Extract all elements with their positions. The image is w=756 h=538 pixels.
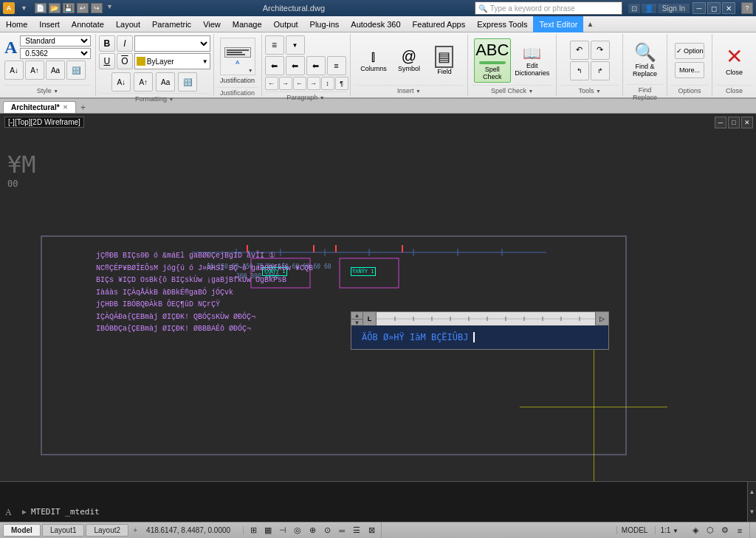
iso-icon[interactable]: ⬡ bbox=[704, 524, 717, 537]
indent-btn-2[interactable]: → bbox=[279, 77, 292, 90]
format-extra-4[interactable]: 🔡 bbox=[178, 72, 197, 92]
columns-button[interactable]: ⫿ Columns bbox=[357, 38, 390, 83]
polar-icon[interactable]: ◎ bbox=[291, 524, 304, 537]
menu-annotate[interactable]: Annotate bbox=[66, 16, 110, 32]
text-input-row[interactable]: ÄÕB Ø»HŸ IàM BÇËIÛBJ bbox=[351, 325, 608, 349]
indent-btn-1[interactable]: ← bbox=[265, 77, 278, 90]
communication-icon[interactable]: ⊡ bbox=[628, 4, 640, 13]
ruler-right-btn[interactable]: ▷ bbox=[595, 312, 608, 325]
user-icon[interactable]: 👤 bbox=[642, 4, 656, 13]
close-text-editor-button[interactable]: ✕ Close bbox=[715, 35, 754, 84]
options-btn-1[interactable]: ✓ Option bbox=[675, 43, 704, 59]
align-left-btn[interactable]: ⬅ bbox=[265, 56, 284, 75]
menu-insert[interactable]: Insert bbox=[33, 16, 66, 32]
overline-button[interactable]: O bbox=[117, 53, 133, 69]
viewport-maximize-btn[interactable]: □ bbox=[728, 117, 740, 128]
style-group-label[interactable]: Style ▼ bbox=[4, 85, 91, 94]
close-button[interactable]: ✕ bbox=[722, 2, 735, 14]
menu-manage[interactable]: Manage bbox=[227, 16, 268, 32]
insert-group-label[interactable]: Insert ▼ bbox=[354, 85, 465, 94]
line-space-btn[interactable]: ↕ bbox=[321, 77, 334, 90]
ribbon-expand-icon[interactable]: ▲ bbox=[586, 20, 594, 28]
tool-btn-4[interactable]: ↱ bbox=[591, 61, 610, 80]
text-style-dropdown[interactable]: Standard bbox=[20, 35, 91, 46]
underline-button[interactable]: U bbox=[99, 53, 115, 69]
text-size-dropdown[interactable]: 0.5362 bbox=[20, 48, 91, 59]
menu-plugins[interactable]: Plug-ins bbox=[304, 16, 346, 32]
text-larger-btn[interactable]: A↑ bbox=[25, 61, 44, 80]
doc-tab-close-icon[interactable]: ✕ bbox=[63, 104, 68, 111]
indent-btn-4[interactable]: → bbox=[307, 77, 320, 90]
list-btn[interactable]: ≡ bbox=[265, 35, 284, 55]
lineweight-icon[interactable]: ═ bbox=[335, 524, 348, 537]
format-extra-2[interactable]: A↑ bbox=[134, 72, 153, 92]
format-extra-3[interactable]: Aa bbox=[156, 72, 175, 92]
ruler-down-btn[interactable]: ▼ bbox=[351, 320, 362, 326]
add-layout-btn[interactable]: + bbox=[130, 525, 140, 536]
spell-group-label[interactable]: Spell Check ▼ bbox=[471, 85, 553, 94]
tool-btn-2[interactable]: ↷ bbox=[591, 41, 610, 60]
grid-icon[interactable]: ▦ bbox=[261, 524, 275, 537]
tool-btn-1[interactable]: ↶ bbox=[570, 41, 589, 60]
ruler-l-indicator[interactable]: L bbox=[363, 312, 377, 325]
menu-home[interactable]: Home bbox=[0, 16, 33, 32]
quick-access-btn[interactable]: 📄 bbox=[35, 3, 47, 13]
justification-button[interactable]: A ▼ Justification bbox=[219, 35, 257, 87]
sc-icon[interactable]: ⊠ bbox=[365, 524, 378, 537]
menu-output[interactable]: Output bbox=[268, 16, 304, 32]
settings-icon[interactable]: ≡ bbox=[733, 524, 746, 537]
indent-btn-3[interactable]: ← bbox=[293, 77, 306, 90]
viewport-minimize-btn[interactable]: ─ bbox=[715, 117, 726, 128]
layout2-tab[interactable]: Layout2 bbox=[86, 524, 128, 537]
text-case-btn[interactable]: Aa bbox=[46, 61, 65, 80]
qp-icon[interactable]: ☰ bbox=[350, 524, 363, 537]
hardware-acc-icon[interactable]: ◈ bbox=[689, 524, 702, 537]
edit-dict-button[interactable]: 📖 EditDictionaries bbox=[514, 38, 551, 83]
undo-btn[interactable]: ↩ bbox=[77, 3, 89, 13]
workspace-icon[interactable]: ⚙ bbox=[718, 524, 732, 537]
symbol-button[interactable]: @ Symbol bbox=[393, 38, 425, 83]
minimize-button[interactable]: ─ bbox=[693, 2, 706, 14]
model-tab[interactable]: Model bbox=[3, 524, 41, 537]
menu-featured[interactable]: Featured Apps bbox=[407, 16, 472, 32]
text-smaller-btn[interactable]: A↓ bbox=[4, 61, 24, 80]
bold-button[interactable]: B bbox=[99, 35, 115, 52]
find-replace-button[interactable]: 🔍 Find &Replace bbox=[626, 35, 664, 84]
search-box[interactable]: 🔍 Type a keyword or phrase bbox=[475, 1, 622, 15]
align-center-btn[interactable]: ⬅ bbox=[286, 56, 305, 75]
drawing-area[interactable]: [-][Top][2D Wireframe] ─ □ ✕ ¥M 00 bbox=[0, 114, 756, 481]
tool-btn-3[interactable]: ↰ bbox=[570, 61, 589, 80]
menu-express[interactable]: Express Tools bbox=[471, 16, 533, 32]
menu-view[interactable]: View bbox=[197, 16, 227, 32]
cmd-scroll-down[interactable]: ▼ bbox=[748, 502, 756, 522]
open-btn[interactable]: 📂 bbox=[49, 3, 61, 13]
color-dropdown[interactable]: ByLayer ▼ bbox=[134, 53, 210, 69]
help-btn[interactable]: ? bbox=[741, 2, 753, 14]
options-btn-2[interactable]: More... bbox=[675, 62, 704, 78]
new-tab-button[interactable]: + bbox=[78, 103, 89, 113]
ruler-up-btn[interactable]: ▲ bbox=[351, 312, 362, 320]
list-options-btn[interactable]: ▼ bbox=[286, 35, 305, 55]
align-right-btn[interactable]: ⬅ bbox=[306, 56, 326, 75]
font-dropdown[interactable] bbox=[134, 35, 210, 52]
viewport-close-btn[interactable]: ✕ bbox=[741, 117, 753, 128]
restore-button[interactable]: ◻ bbox=[707, 2, 721, 14]
text-special-btn[interactable]: 🔡 bbox=[66, 61, 86, 80]
cmd-scroll-up[interactable]: ▲ bbox=[748, 482, 756, 502]
menu-texteditor[interactable]: Text Editor bbox=[533, 16, 583, 32]
para-space-btn[interactable]: ¶ bbox=[335, 77, 348, 90]
menu-layout[interactable]: Layout bbox=[110, 16, 146, 32]
snap-track-icon[interactable]: ⊕ bbox=[306, 524, 319, 537]
menu-autodesk360[interactable]: Autodesk 360 bbox=[345, 16, 406, 32]
spell-check-button[interactable]: ABC SpellCheck bbox=[474, 38, 511, 83]
text-editor-widget[interactable]: ▲ ▼ L bbox=[351, 311, 609, 350]
paragraph-group-label[interactable]: Paragraph ▼ bbox=[265, 92, 347, 101]
ortho-icon[interactable]: ⊣ bbox=[276, 524, 289, 537]
dyn-icon[interactable]: ⊙ bbox=[320, 524, 334, 537]
save-btn[interactable]: 💾 bbox=[63, 3, 75, 13]
field-button[interactable]: ▤ Field bbox=[428, 38, 461, 83]
snap-icon[interactable]: ⊞ bbox=[247, 524, 260, 537]
menu-parametric[interactable]: Parametric bbox=[146, 16, 197, 32]
tools-group-label[interactable]: Tools ▼ bbox=[560, 85, 619, 94]
sign-in-label[interactable]: Sign In bbox=[658, 4, 690, 13]
